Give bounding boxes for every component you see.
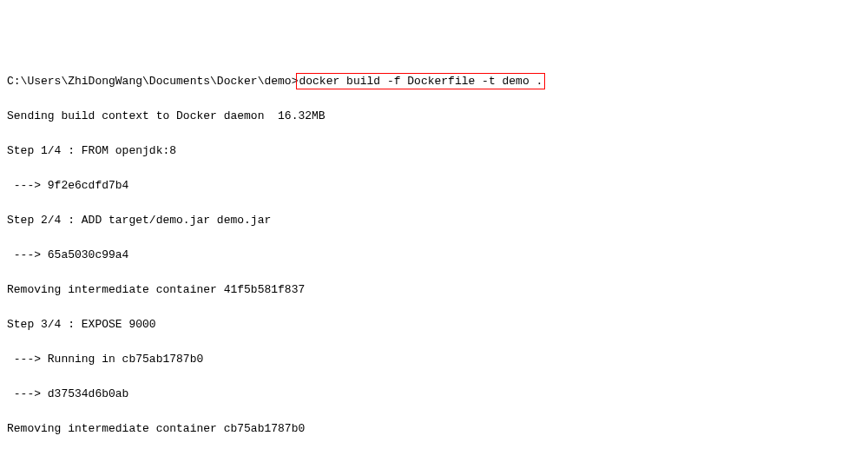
output-line: ---> 65a5030c99a4 bbox=[7, 247, 861, 264]
output-line: ---> d37534d6b0ab bbox=[7, 386, 861, 403]
prompt-line-1: C:\Users\ZhiDongWang\Documents\Docker\de… bbox=[7, 73, 861, 90]
output-line: Removing intermediate container 41f5b581… bbox=[7, 281, 861, 299]
prompt-path: C:\Users\ZhiDongWang\Documents\Docker\de… bbox=[7, 75, 298, 88]
output-line: ---> Running in cb75ab1787b0 bbox=[7, 351, 861, 368]
output-line: ---> 9f2e6cdfd7b4 bbox=[7, 177, 861, 195]
output-line: Removing intermediate container cb75ab17… bbox=[7, 420, 861, 438]
output-line: Step 1/4 : FROM openjdk:8 bbox=[7, 142, 861, 160]
output-line: Sending build context to Docker daemon 1… bbox=[7, 108, 861, 125]
output-line: Step 2/4 : ADD target/demo.jar demo.jar bbox=[7, 212, 861, 229]
output-line: Step 3/4 : EXPOSE 9000 bbox=[7, 316, 861, 333]
highlighted-command-1: docker build -f Dockerfile -t demo . bbox=[296, 73, 545, 89]
